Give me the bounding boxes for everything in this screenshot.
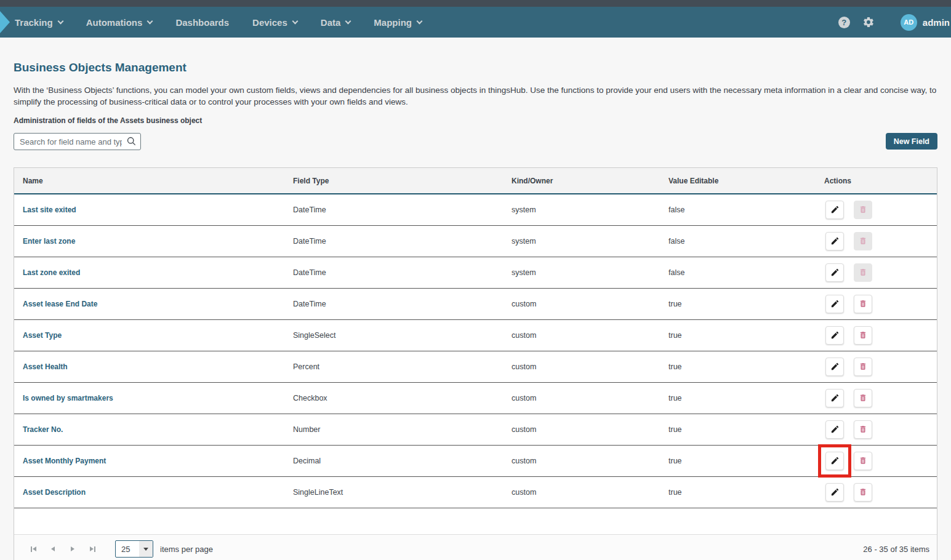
edit-button-wrap [825,389,844,407]
edit-button[interactable] [825,420,844,439]
field-name-link[interactable]: Asset Description [23,488,86,497]
page-description: With the ‘Business Objects’ functions, y… [14,84,937,108]
edit-button[interactable] [825,201,844,219]
kind-owner-cell: system [512,257,668,288]
nav-item-data[interactable]: Data [321,17,351,28]
top-strip [0,0,951,7]
kind-owner-cell: custom [512,319,668,351]
table-body: Last site exited DateTime system false E… [14,194,937,534]
field-type-cell: Decimal [293,445,512,476]
edit-button[interactable] [825,358,844,376]
delete-button[interactable] [854,326,872,345]
table-row: Asset Health Percent custom true [14,351,937,382]
header-name: Name [14,168,293,194]
field-name-link[interactable]: Last zone exited [23,268,80,277]
field-type-cell: DateTime [293,288,512,319]
value-editable-cell: true [668,382,824,414]
kind-owner-cell: custom [512,414,668,445]
chevron-down-icon [57,18,63,24]
field-name-link[interactable]: Asset Health [23,362,68,371]
nav-item-label: Dashboards [175,17,229,28]
search-input[interactable] [14,133,141,150]
field-name-link[interactable]: Enter last zone [23,237,75,246]
kind-owner-cell: custom [512,382,668,414]
kind-owner-cell: custom [512,445,668,476]
nav-item-mapping[interactable]: Mapping [374,17,422,28]
field-name-link[interactable]: Tracker No. [23,425,63,434]
field-type-cell: SingleSelect [293,319,512,351]
edit-button[interactable] [825,326,844,345]
search-box [14,133,141,150]
settings-gear-icon[interactable] [862,16,875,28]
delete-button[interactable] [854,452,872,470]
table-row: Is owned by smartmakers Checkbox custom … [14,382,937,414]
nav-item-devices[interactable]: Devices [252,17,297,28]
toolbar: New Field [14,133,937,150]
edit-button[interactable] [825,483,844,502]
username[interactable]: admin [923,17,950,28]
avatar[interactable]: AD [901,14,917,31]
prev-page-button[interactable] [45,541,61,557]
table-row: Asset Description SingleLineText custom … [14,476,937,508]
nav-item-automations[interactable]: Automations [86,17,153,28]
kind-owner-cell: system [512,194,668,225]
edit-button[interactable] [825,263,844,282]
nav-item-dashboards[interactable]: Dashboards [175,17,229,28]
table-row: Asset Monthly Payment Decimal custom tru… [14,445,937,476]
edit-button[interactable] [825,452,844,470]
last-page-button[interactable] [84,541,100,557]
chevron-down-icon [292,18,298,24]
page-title: Business Objects Management [14,61,937,74]
first-page-button[interactable] [25,541,41,557]
edit-button[interactable] [825,295,844,313]
pagination-bar: 25 items per page 26 - 35 of 35 items [14,534,937,560]
nav-right: ? AD admin [838,14,951,31]
fields-table: Name Field Type Kind/Owner Value Editabl… [14,168,937,534]
nav-item-label: Automations [86,17,143,28]
kind-owner-cell: custom [512,476,668,508]
header-field-type: Field Type [293,168,512,194]
field-type-cell: DateTime [293,257,512,288]
field-type-cell: Checkbox [293,382,512,414]
table-row: Last zone exited DateTime system false [14,257,937,288]
field-type-cell: Number [293,414,512,445]
edit-button[interactable] [825,389,844,407]
field-name-link[interactable]: Asset lease End Date [23,300,97,308]
field-name-link[interactable]: Asset Type [23,331,62,340]
edit-button-wrap [825,263,844,282]
delete-button[interactable] [854,201,872,219]
delete-button[interactable] [854,358,872,376]
table-row: Enter last zone DateTime system false [14,225,937,257]
page-size-dropdown[interactable]: 25 [115,540,153,558]
chevron-down-icon [139,540,153,558]
field-type-cell: DateTime [293,194,512,225]
delete-button[interactable] [854,420,872,439]
nav-item-tracking[interactable]: Tracking [15,17,63,28]
navbar: TrackingAutomationsDashboardsDevicesData… [0,7,951,38]
delete-button[interactable] [854,483,872,502]
table-row: Asset Type SingleSelect custom true [14,319,937,351]
next-page-button[interactable] [65,541,81,557]
field-type-cell: DateTime [293,225,512,257]
new-field-button[interactable]: New Field [886,133,937,150]
help-icon[interactable]: ? [838,17,850,28]
field-name-link[interactable]: Last site exited [23,206,76,214]
edit-button[interactable] [825,232,844,250]
kind-owner-cell: custom [512,288,668,319]
delete-button[interactable] [854,389,872,407]
delete-button[interactable] [854,263,872,282]
value-editable-cell: false [668,225,824,257]
delete-button[interactable] [854,295,872,313]
search-icon [126,136,137,149]
items-per-page-label: items per page [160,545,213,554]
value-editable-cell: true [668,445,824,476]
nav-item-label: Data [321,17,341,28]
nav-item-label: Devices [252,17,287,28]
delete-button[interactable] [854,232,872,250]
field-name-link[interactable]: Asset Monthly Payment [23,457,106,465]
field-name-link[interactable]: Is owned by smartmakers [23,394,113,402]
value-editable-cell: false [668,194,824,225]
field-type-cell: Percent [293,351,512,382]
header-value-editable: Value Editable [668,168,824,194]
nav-left-arrow-icon [0,11,10,33]
